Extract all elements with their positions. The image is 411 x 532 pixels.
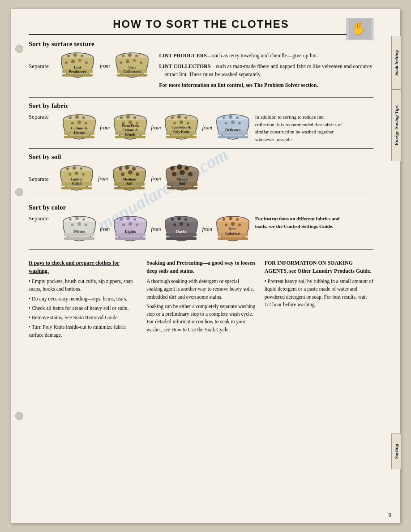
svg-point-75 bbox=[80, 167, 82, 170]
svg-point-5 bbox=[67, 55, 70, 57]
svg-point-52 bbox=[171, 116, 174, 119]
svg-point-34 bbox=[85, 122, 87, 124]
sort-texture-header: Sort by surface texture bbox=[29, 40, 373, 48]
svg-text:Collectors: Collectors bbox=[124, 69, 141, 74]
delicates-basket: Delicates bbox=[215, 113, 251, 142]
svg-point-32 bbox=[71, 122, 74, 124]
svg-point-21 bbox=[126, 60, 129, 63]
svg-rect-51 bbox=[166, 136, 197, 138]
svg-rect-72 bbox=[61, 187, 92, 189]
soak-setting-tab[interactable]: Soak Setting bbox=[391, 36, 401, 90]
svg-point-100 bbox=[188, 172, 193, 176]
bottom-col2-heading: Soaking and Pretreating—a good way to lo… bbox=[146, 259, 255, 275]
hole-punch-bottom bbox=[15, 412, 23, 420]
svg-text:Soil: Soil bbox=[126, 181, 133, 186]
list-item: Check all items for areas of heavy soil … bbox=[29, 305, 137, 312]
svg-point-64 bbox=[229, 115, 232, 119]
sort-soil-section: Sort by soil Separate bbox=[29, 153, 373, 199]
svg-text:Lint: Lint bbox=[74, 65, 81, 69]
svg-text:Cottons &: Cottons & bbox=[123, 128, 139, 132]
sort-color-section: Sort by color Separate bbox=[29, 204, 373, 250]
svg-point-10 bbox=[78, 59, 81, 62]
svg-point-68 bbox=[238, 122, 241, 124]
svg-point-111 bbox=[85, 223, 87, 226]
svg-text:Colorfast: Colorfast bbox=[225, 231, 240, 236]
svg-rect-135 bbox=[218, 237, 248, 240]
sort-soil-header: Sort by soil bbox=[29, 153, 373, 161]
svg-text:✋: ✋ bbox=[351, 21, 367, 36]
bottom-col1-list: Empty pockets, brush out cuffs, zip zipp… bbox=[29, 278, 137, 339]
sorting-tab[interactable]: Sorting bbox=[391, 433, 401, 469]
medium-soil-basket: Medium Soil bbox=[111, 164, 147, 193]
svg-point-99 bbox=[180, 170, 185, 175]
svg-point-121 bbox=[136, 223, 138, 226]
svg-point-88 bbox=[128, 170, 133, 175]
hand-icon: ✋ bbox=[347, 18, 373, 40]
svg-point-97 bbox=[184, 166, 189, 171]
list-item: Remove stains. See Stain Removal Guide. bbox=[29, 314, 137, 322]
svg-point-86 bbox=[132, 167, 136, 171]
lightly-soiled-basket: Lightly Soiled bbox=[59, 164, 94, 193]
svg-point-41 bbox=[126, 115, 130, 119]
bottom-col3-list: Pretreat heavy soil by rubbing in a smal… bbox=[265, 278, 373, 309]
svg-point-118 bbox=[133, 218, 136, 221]
texture-description: LINT PRODUCERS—such as terry toweling an… bbox=[159, 51, 373, 92]
sort-fabric-section: Sort by fabric Separate bbox=[29, 102, 373, 149]
svg-point-53 bbox=[177, 115, 181, 119]
from-label-soil2: from bbox=[151, 176, 161, 182]
svg-text:Perm Press: Perm Press bbox=[122, 124, 139, 128]
color-note: For instructions on different fabrics an… bbox=[255, 215, 345, 230]
svg-point-120 bbox=[128, 222, 132, 226]
from-label-color2: from bbox=[151, 226, 161, 233]
svg-rect-16 bbox=[117, 74, 147, 77]
svg-text:Delicates: Delicates bbox=[225, 128, 240, 132]
svg-text:Linens: Linens bbox=[74, 130, 85, 135]
svg-point-108 bbox=[82, 218, 85, 221]
svg-text:Cottons &: Cottons & bbox=[71, 126, 88, 130]
svg-text:Synthetics &: Synthetics & bbox=[172, 125, 192, 129]
svg-point-137 bbox=[229, 217, 232, 220]
svg-point-40 bbox=[120, 116, 123, 119]
svg-point-30 bbox=[75, 115, 79, 119]
svg-point-117 bbox=[126, 217, 130, 220]
lint-producers-basket: Lint Producers bbox=[60, 51, 95, 81]
sort-texture-section: Sort by surface texture Separate bbox=[29, 40, 373, 98]
svg-point-139 bbox=[225, 223, 227, 226]
from-label-color1: from bbox=[100, 226, 110, 233]
svg-rect-28 bbox=[64, 136, 94, 138]
svg-point-31 bbox=[82, 116, 85, 119]
svg-text:Soil: Soil bbox=[180, 181, 186, 186]
svg-point-106 bbox=[69, 218, 72, 221]
synthetics-basket: Synthetics & Poly Knits bbox=[163, 113, 199, 142]
svg-point-33 bbox=[77, 120, 81, 124]
separate-texture-label: Separate bbox=[29, 63, 53, 70]
svg-rect-62 bbox=[218, 136, 248, 138]
svg-text:Blends: Blends bbox=[125, 133, 136, 137]
svg-point-126 bbox=[171, 218, 174, 221]
svg-text:Non-: Non- bbox=[229, 227, 237, 231]
svg-point-141 bbox=[238, 223, 241, 226]
svg-point-136 bbox=[223, 218, 225, 221]
svg-point-77 bbox=[75, 172, 78, 175]
lint-collectors-basket: Lint Collectors bbox=[114, 51, 150, 81]
svg-point-130 bbox=[180, 222, 183, 226]
bottom-col2: Soaking and Pretreating—a good way to lo… bbox=[146, 259, 255, 341]
svg-point-140 bbox=[231, 222, 235, 226]
svg-text:Darks: Darks bbox=[176, 229, 187, 234]
lights-basket: Lights bbox=[112, 215, 148, 244]
separate-color-label: Separate bbox=[29, 215, 53, 222]
svg-text:Poly Knits: Poly Knits bbox=[174, 130, 190, 134]
svg-rect-125 bbox=[166, 237, 197, 240]
svg-rect-115 bbox=[115, 237, 146, 240]
cottons-linens-basket: Cottons & Linens bbox=[61, 113, 97, 142]
svg-rect-83 bbox=[114, 187, 145, 189]
from-label-color3: from bbox=[202, 226, 212, 233]
svg-point-42 bbox=[133, 116, 136, 119]
list-item: Turn Poly Knits inside-out to minimize f… bbox=[29, 323, 137, 339]
bottom-section: It pays to check and prepare clothes for… bbox=[29, 254, 373, 341]
svg-point-84 bbox=[119, 167, 122, 171]
fabric-baskets: Cottons & Linens from bbox=[61, 113, 251, 142]
energy-saving-tab[interactable]: Energy-Saving Tips bbox=[391, 90, 401, 161]
svg-point-11 bbox=[85, 61, 88, 64]
svg-point-78 bbox=[82, 173, 85, 176]
